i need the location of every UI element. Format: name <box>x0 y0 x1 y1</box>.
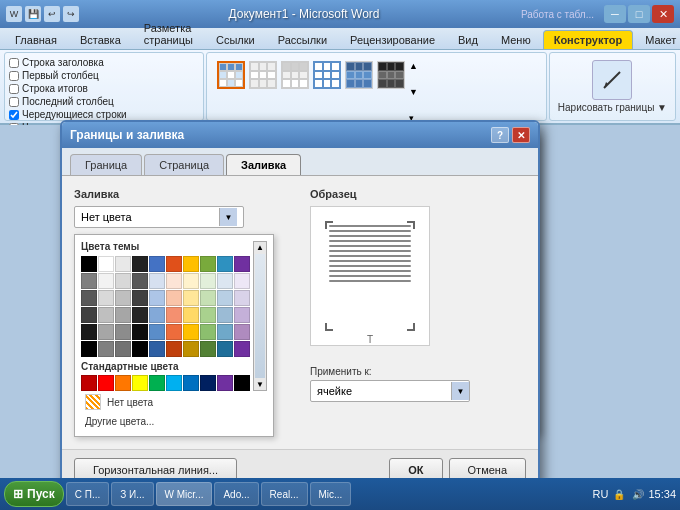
apply-to-arrow[interactable]: ▼ <box>451 382 469 400</box>
color-cell[interactable] <box>183 307 199 323</box>
color-cell[interactable] <box>234 290 250 306</box>
std-color-cell[interactable] <box>234 375 250 391</box>
color-cell[interactable] <box>149 256 165 272</box>
color-cell[interactable] <box>132 307 148 323</box>
apply-to-dropdown[interactable]: ячейке ▼ <box>310 380 470 402</box>
dialog-help-button[interactable]: ? <box>491 127 509 143</box>
color-cell[interactable] <box>98 341 114 357</box>
tab-home[interactable]: Главная <box>4 30 68 49</box>
taskbar-item-2[interactable]: W Micr... <box>156 482 213 506</box>
color-cell[interactable] <box>166 341 182 357</box>
start-button[interactable]: ⊞ Пуск <box>4 481 64 507</box>
color-picker-scrollbar[interactable]: ▲ ▼ <box>253 241 267 391</box>
tab-border[interactable]: Граница <box>70 154 142 175</box>
color-cell[interactable] <box>149 290 165 306</box>
color-cell[interactable] <box>149 341 165 357</box>
taskbar-item-5[interactable]: Mic... <box>310 482 352 506</box>
undo-icon[interactable]: ↩ <box>44 6 60 22</box>
draw-borders-btn[interactable]: Нарисовать границы ▼ <box>554 56 671 117</box>
std-color-cell[interactable] <box>149 375 165 391</box>
cb-total-row-input[interactable] <box>9 84 19 94</box>
color-cell[interactable] <box>149 324 165 340</box>
color-cell[interactable] <box>217 290 233 306</box>
color-cell[interactable] <box>234 256 250 272</box>
taskbar-item-4[interactable]: Real... <box>261 482 308 506</box>
tab-mailings[interactable]: Рассылки <box>267 30 338 49</box>
color-cell[interactable] <box>81 324 97 340</box>
std-color-cell[interactable] <box>166 375 182 391</box>
color-cell[interactable] <box>115 324 131 340</box>
color-cell[interactable] <box>183 290 199 306</box>
table-style-item-2[interactable] <box>249 61 277 89</box>
color-cell[interactable] <box>217 324 233 340</box>
color-cell[interactable] <box>115 341 131 357</box>
taskbar-item-3[interactable]: Ado... <box>214 482 258 506</box>
color-cell[interactable] <box>81 307 97 323</box>
color-cell[interactable] <box>98 273 114 289</box>
minimize-button[interactable]: ─ <box>604 5 626 23</box>
tab-review[interactable]: Рецензирование <box>339 30 446 49</box>
color-cell[interactable] <box>200 290 216 306</box>
color-cell[interactable] <box>132 290 148 306</box>
fill-color-dropdown[interactable]: Нет цвета ▼ <box>74 206 244 228</box>
color-cell[interactable] <box>234 307 250 323</box>
color-cell[interactable] <box>234 273 250 289</box>
color-cell[interactable] <box>149 307 165 323</box>
tab-references[interactable]: Ссылки <box>205 30 266 49</box>
save-icon[interactable]: 💾 <box>25 6 41 22</box>
tab-page-layout[interactable]: Разметка страницы <box>133 18 204 49</box>
taskbar-item-1[interactable]: З И... <box>111 482 153 506</box>
color-cell[interactable] <box>115 290 131 306</box>
color-cell[interactable] <box>81 273 97 289</box>
tab-constructor[interactable]: Конструктор <box>543 30 633 49</box>
color-cell[interactable] <box>132 341 148 357</box>
color-cell[interactable] <box>115 307 131 323</box>
color-cell[interactable] <box>200 273 216 289</box>
color-cell[interactable] <box>98 307 114 323</box>
close-button[interactable]: ✕ <box>652 5 674 23</box>
scroll-down[interactable]: ▼ <box>254 379 266 390</box>
tab-fill[interactable]: Заливка <box>226 154 301 175</box>
color-cell[interactable] <box>217 273 233 289</box>
color-cell[interactable] <box>200 341 216 357</box>
color-cell[interactable] <box>132 256 148 272</box>
std-color-cell[interactable] <box>98 375 114 391</box>
table-style-item-6[interactable] <box>377 61 405 89</box>
tab-insert[interactable]: Вставка <box>69 30 132 49</box>
scroll-up[interactable]: ▲ <box>254 242 266 253</box>
color-cell[interactable] <box>183 341 199 357</box>
color-cell[interactable] <box>132 273 148 289</box>
std-color-cell[interactable] <box>217 375 233 391</box>
tab-page[interactable]: Страница <box>144 154 224 175</box>
color-cell[interactable] <box>217 341 233 357</box>
color-cell[interactable] <box>98 256 114 272</box>
cb-header-row-input[interactable] <box>9 58 19 68</box>
color-cell[interactable] <box>166 273 182 289</box>
color-cell[interactable] <box>200 324 216 340</box>
color-cell[interactable] <box>115 256 131 272</box>
table-style-item-4[interactable] <box>313 61 341 89</box>
color-cell[interactable] <box>98 324 114 340</box>
table-style-item-3[interactable] <box>281 61 309 89</box>
taskbar-item-0[interactable]: С П... <box>66 482 110 506</box>
color-cell[interactable] <box>200 256 216 272</box>
color-cell[interactable] <box>81 256 97 272</box>
color-cell[interactable] <box>166 307 182 323</box>
color-cell[interactable] <box>166 324 182 340</box>
cb-banded-rows-input[interactable] <box>9 110 19 120</box>
std-color-cell[interactable] <box>200 375 216 391</box>
std-color-cell[interactable] <box>115 375 131 391</box>
color-cell[interactable] <box>217 307 233 323</box>
more-colors-option[interactable]: Другие цвета... <box>81 413 267 430</box>
color-cell[interactable] <box>81 290 97 306</box>
color-cell[interactable] <box>234 341 250 357</box>
color-cell[interactable] <box>166 290 182 306</box>
table-style-item-5[interactable] <box>345 61 373 89</box>
color-cell[interactable] <box>234 324 250 340</box>
color-cell[interactable] <box>183 256 199 272</box>
color-cell[interactable] <box>217 256 233 272</box>
std-color-cell[interactable] <box>183 375 199 391</box>
color-cell[interactable] <box>132 324 148 340</box>
std-color-cell[interactable] <box>81 375 97 391</box>
color-cell[interactable] <box>183 324 199 340</box>
